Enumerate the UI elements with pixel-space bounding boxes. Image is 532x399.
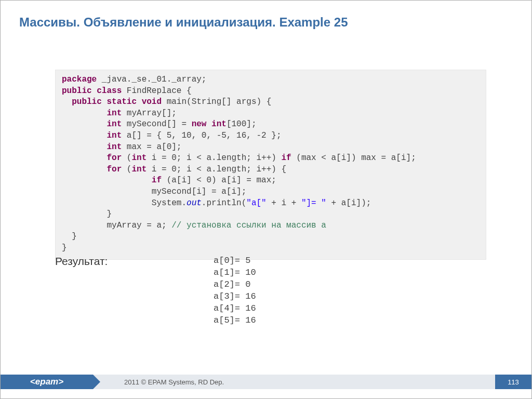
code-text: (a[i] < 0) a[i] = max; xyxy=(162,176,276,185)
code-block: package _java._se._01._array; public cla… xyxy=(55,70,486,260)
code-text: System. xyxy=(152,198,187,208)
code-text: .println( xyxy=(202,198,246,208)
kw-public: public xyxy=(72,97,102,107)
comment: // установка ссылки на массив a xyxy=(171,221,326,230)
kw-static: static xyxy=(107,97,137,107)
kw-int: int xyxy=(107,131,122,140)
result-label: Результат: xyxy=(55,255,108,268)
kw-for: for xyxy=(107,165,122,174)
code-text: mySecond[] = xyxy=(122,119,191,129)
kw-int: int xyxy=(107,142,122,152)
code-text: [100]; xyxy=(227,119,257,129)
code-text: + i + xyxy=(267,198,301,208)
footer-copyright: 2011 © EPAM Systems, RD Dep. xyxy=(93,375,495,389)
footer-logo: <epam> xyxy=(1,375,93,389)
kw-public: public xyxy=(62,86,92,96)
kw-package: package xyxy=(62,75,97,84)
code-text: mySecond[i] = a[i]; xyxy=(152,187,246,196)
kw-for: for xyxy=(107,153,122,163)
footer-bar: <epam> 2011 © EPAM Systems, RD Dep. 113 xyxy=(1,375,531,389)
field-out: out xyxy=(187,198,202,208)
kw-void: void xyxy=(142,97,162,107)
kw-int: int xyxy=(131,165,147,174)
code-text: } xyxy=(107,209,112,219)
code-text: _java._se._01._array; xyxy=(97,75,206,84)
code-text: i = 0; i < a.length; i++) { xyxy=(147,165,286,174)
kw-if: if xyxy=(282,153,291,163)
kw-int: int xyxy=(107,119,122,129)
code-text: max = a[0]; xyxy=(122,142,181,152)
code-text: myArray = a; xyxy=(107,221,171,230)
code-text: (max < a[i]) max = a[i]; xyxy=(291,153,416,163)
slide: Массивы. Объявление и инициализация. Exa… xyxy=(0,0,532,399)
code-text: ( xyxy=(122,153,131,163)
kw-int: int xyxy=(131,153,147,163)
code-text: ( xyxy=(122,165,131,174)
string-literal: "]= " xyxy=(301,198,326,208)
code-text: main(String[] args) { xyxy=(162,97,271,107)
code-text: i = 0; i < a.length; i++) xyxy=(147,153,281,163)
code-text: } xyxy=(62,243,67,252)
output-block: a[0]= 5 a[1]= 10 a[2]= 0 a[3]= 16 a[4]= … xyxy=(214,255,256,327)
code-text: } xyxy=(72,232,77,241)
footer-page-number: 113 xyxy=(495,375,531,389)
code-text: a[] = { 5, 10, 0, -5, 16, -2 }; xyxy=(122,131,281,140)
kw-if: if xyxy=(152,176,162,185)
kw-class: class xyxy=(97,86,122,96)
kw-int: int xyxy=(107,109,122,118)
code-text: myArray[]; xyxy=(122,109,177,118)
code-text: FindReplace { xyxy=(122,86,191,96)
kw-int: int xyxy=(211,119,227,129)
slide-title: Массивы. Объявление и инициализация. Exa… xyxy=(19,15,348,30)
kw-new: new xyxy=(192,119,207,129)
string-literal: "a[" xyxy=(246,198,266,208)
code-text: + a[i]); xyxy=(326,198,371,208)
